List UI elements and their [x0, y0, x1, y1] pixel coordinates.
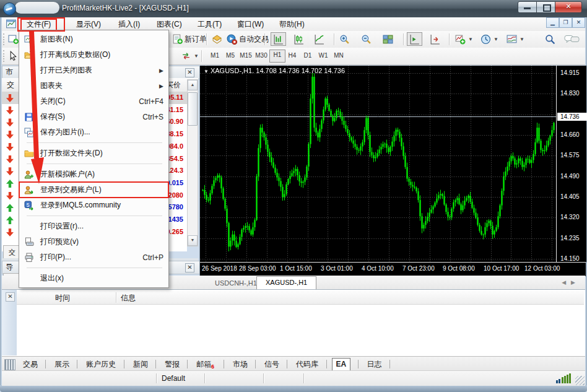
chart-dropdown-icon[interactable]: ▼: [204, 69, 209, 74]
symbol-column-header[interactable]: 交: [7, 80, 14, 90]
timeframe-mn-button[interactable]: MN: [331, 50, 346, 61]
doc-close-icon[interactable]: ✕: [572, 17, 585, 28]
indicators-icon[interactable]: ▼: [453, 33, 475, 45]
menu-item-6[interactable]: 帮助(H): [273, 19, 311, 30]
terminal-tab-1[interactable]: 展示: [51, 359, 73, 369]
file-menu-item-5[interactable]: 关闭(C)Ctrl+F4: [19, 94, 168, 109]
autoscroll-icon[interactable]: [428, 33, 442, 45]
package-icon[interactable]: [210, 33, 224, 45]
price-chart[interactable]: [200, 66, 556, 262]
shift-chart-icon[interactable]: [407, 32, 422, 46]
file-menu-item-10[interactable]: 登录到交易账户(L): [19, 182, 168, 198]
file-menu-item-12[interactable]: 打印设置(r)...: [19, 219, 168, 234]
menu-item-1[interactable]: 显示(V): [70, 19, 107, 30]
close-button[interactable]: ✕: [555, 1, 582, 13]
close-icon[interactable]: ✕: [6, 292, 15, 302]
profile-name[interactable]: Default: [162, 374, 185, 383]
menu-item-4[interactable]: 工具(T): [191, 19, 228, 30]
dock-icon[interactable]: [4, 359, 15, 370]
terminal-tab-9[interactable]: EA: [332, 358, 351, 371]
column-divider[interactable]: [116, 292, 117, 303]
submenu-arrow-icon: ▶: [159, 68, 163, 74]
timeframe-h4-button[interactable]: H4: [285, 50, 300, 61]
close-icon[interactable]: ✕: [185, 68, 194, 77]
arrow-down-icon: [6, 118, 14, 126]
tile-windows-icon[interactable]: [381, 33, 395, 45]
doc-minimize-icon[interactable]: ▁: [546, 17, 559, 28]
zoom-in-icon[interactable]: [337, 33, 352, 45]
time-column-header[interactable]: 时间: [55, 293, 70, 303]
file-menu-item-9[interactable]: 开新模拟帐户(A): [19, 167, 168, 182]
scrollbar-thumb[interactable]: [188, 92, 198, 126]
file-menu-item-6[interactable]: 保存(S)Ctrl+S: [19, 109, 168, 124]
file-menu-item-13[interactable]: 打印预览(v): [19, 234, 168, 250]
menu-item-3[interactable]: 图表(C): [150, 19, 188, 30]
chart-tab-xagusdh1[interactable]: XAGUSD-,H1: [256, 276, 316, 290]
chart-window[interactable]: ▼XAGUSD-,H1. 14.708 14.736 14.702 14.736…: [199, 66, 586, 276]
file-menu-item-2[interactable]: 打开离线历史数据(O): [19, 47, 168, 63]
menu-item-label: 保存为图片(i)...: [40, 127, 163, 137]
terminal-tab-7[interactable]: 信号: [261, 359, 283, 369]
timeframe-m5-button[interactable]: M5: [223, 50, 238, 61]
terminal-tab-2[interactable]: 账户历史: [82, 359, 120, 369]
doc-restore-icon[interactable]: ❐: [559, 17, 572, 28]
file-menu-item-11[interactable]: 5登录到MQL5.community: [19, 198, 168, 213]
printer-icon: [23, 253, 35, 263]
menu-item-label: 保存(S): [40, 111, 137, 122]
menu-item-label: 图表夹: [40, 81, 159, 91]
market-watch-scrollbar[interactable]: ▲ ▼: [187, 79, 198, 246]
bid-price: 1435: [168, 216, 183, 223]
terminal-tab-3[interactable]: 新闻: [129, 359, 152, 369]
time-tick-label: 28 Sep 03:00: [239, 265, 276, 272]
file-menu-item-8[interactable]: 打开数据文件夹(D): [19, 146, 168, 161]
menu-item-label: 打印(P)...: [40, 252, 137, 263]
file-menu-item-3[interactable]: 打开已关闭图表▶: [19, 63, 168, 78]
file-menu-item-1[interactable]: 新图表(N): [19, 32, 168, 47]
timeframe-m1-button[interactable]: M1: [207, 50, 222, 61]
timeframe-h1-button[interactable]: H1: [269, 50, 285, 63]
candlestick-icon[interactable]: [292, 33, 306, 45]
restore-button[interactable]: [536, 1, 556, 13]
terminal-tab-4[interactable]: 警报: [161, 359, 183, 369]
periods-icon[interactable]: ▼: [479, 33, 500, 45]
chat-icon[interactable]: [562, 33, 582, 45]
tab-scroll-left-icon[interactable]: ◀: [562, 279, 571, 285]
timeframe-m15-button[interactable]: M15: [238, 50, 253, 61]
tab-scroll-right-icon[interactable]: ▶: [571, 279, 580, 285]
close-icon[interactable]: ✕: [185, 263, 194, 272]
price-axis[interactable]: 14.91514.83014.66014.57514.49014.40514.3…: [556, 66, 586, 262]
app-logo-icon: [3, 2, 16, 15]
terminal-tab-10[interactable]: 日志: [363, 359, 386, 369]
menu-item-5[interactable]: 窗口(W): [231, 19, 270, 30]
file-menu-item-15[interactable]: 退出(x): [19, 271, 168, 286]
price-tick-label: 14.575: [560, 152, 580, 159]
terminal-tab-5[interactable]: 邮箱6: [193, 359, 218, 369]
terminal-tab-6[interactable]: 市场: [229, 359, 251, 369]
unread-badge: 6: [211, 364, 214, 370]
chevron-down-icon: ▼: [520, 37, 524, 42]
timeframe-m30-button[interactable]: M30: [254, 50, 269, 61]
terminal-tab-0[interactable]: 交易: [19, 359, 41, 369]
resize-grip[interactable]: [575, 376, 585, 385]
zoom-out-icon[interactable]: [359, 33, 373, 45]
scroll-down-icon[interactable]: ▼: [188, 235, 198, 246]
file-menu-item-14[interactable]: 打印(P)...Ctrl+P: [19, 250, 168, 265]
terminal-tab-8[interactable]: 代码库: [292, 359, 322, 369]
cycle-symbols-icon[interactable]: ▼: [179, 50, 201, 62]
message-column-header[interactable]: 信息: [121, 293, 136, 303]
file-menu-item-7[interactable]: 保存为图片(i)...: [19, 124, 168, 140]
autotrading-button[interactable]: 自动交易: [225, 33, 271, 45]
file-menu-item-4[interactable]: 图表夹▶: [19, 78, 168, 94]
new-order-button[interactable]: 新订单: [170, 33, 209, 45]
templates-icon[interactable]: ▼: [505, 33, 526, 45]
time-axis[interactable]: 26 Sep 201828 Sep 03:001 Oct 15:003 Oct …: [200, 262, 586, 276]
line-chart-icon[interactable]: [312, 33, 326, 45]
timeframe-w1-button[interactable]: W1: [316, 50, 331, 61]
time-tick-label: 26 Sep 2018: [202, 265, 237, 272]
timeframe-d1-button[interactable]: D1: [300, 50, 315, 61]
scroll-up-icon[interactable]: ▲: [188, 80, 198, 90]
search-icon[interactable]: [543, 33, 557, 45]
bar-chart-icon[interactable]: [271, 32, 286, 46]
minimize-button[interactable]: [518, 1, 537, 13]
menu-item-2[interactable]: 插入(I): [112, 19, 146, 30]
